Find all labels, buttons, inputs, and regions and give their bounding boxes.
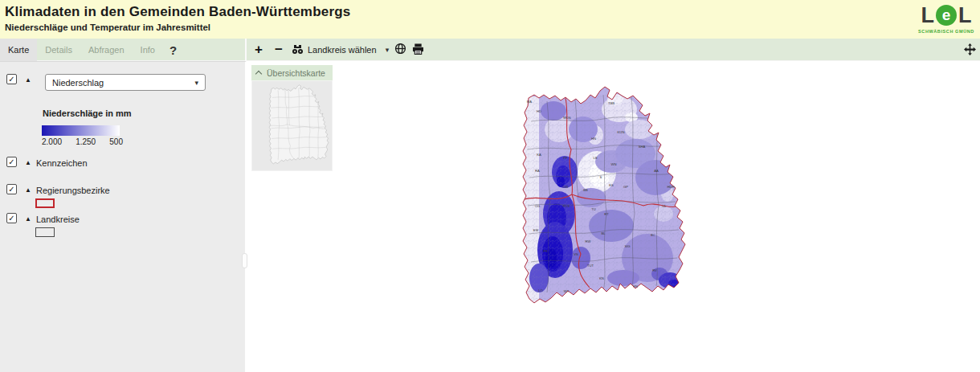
regierungsbezirke-label: Regierungsbezirke [36, 186, 110, 195]
overview-map [255, 84, 329, 168]
minus-icon: − [272, 42, 286, 58]
logo-subtext: SCHWÄBISCH GMÜND [916, 29, 977, 34]
regierungsbezirke-swatch [35, 198, 55, 208]
regierungsbezirke-checkbox[interactable]: ✓ [6, 184, 17, 194]
district-code-label: VS [574, 252, 578, 256]
header-titles: Klimadaten in den Gemeinden Baden-Württe… [5, 4, 350, 32]
legend-title: Niederschläge in mm [43, 108, 132, 118]
baden-wuerttemberg-map[interactable]: MAHDMOSTBBKÜNSHAHNKAPFCWLBWNSBBESGPAAHDH… [483, 85, 688, 314]
district-code-label: RT [604, 212, 609, 216]
collapse-chevron-icon [255, 71, 262, 77]
overview-map-body[interactable] [251, 80, 333, 171]
globe-icon [394, 43, 406, 57]
district-code-label: BC [651, 233, 655, 237]
district-code-label: FDS [563, 204, 570, 208]
overview-title: Übersichtskarte [267, 68, 325, 78]
district-code-label: BB [583, 188, 588, 192]
tab-info[interactable]: Info [133, 39, 163, 61]
district-code-label: RA [535, 169, 540, 173]
district-code-label: OG [535, 204, 541, 208]
district-code-label: RV [652, 268, 657, 272]
landkreise-swatch [35, 227, 55, 237]
district-code-label: HD [537, 109, 541, 113]
layer-panel: ✓ ▲ Niederschlag ▾ Niederschläge in mm 2… [0, 61, 247, 372]
district-code-label: ES [609, 183, 614, 187]
district-code-label: PF [563, 156, 568, 160]
landkreise-expander-icon[interactable]: ▲ [25, 215, 31, 223]
zoom-in-button[interactable]: + [251, 42, 266, 58]
logo-e-circle-icon: e [936, 5, 957, 26]
page-title: Klimadaten in den Gemeinden Baden-Württe… [5, 4, 350, 20]
page-subtitle: Niederschläge und Temperatur im Jahresmi… [5, 22, 350, 32]
district-code-label: TBB [608, 101, 615, 105]
app-header: Klimadaten in den Gemeinden Baden-Württe… [0, 0, 980, 39]
landkreise-label: Landkreise [36, 215, 80, 224]
regierungsbezirke-layer-row: ✓ [6, 184, 17, 194]
thematic-layer-checkbox[interactable]: ✓ [6, 74, 17, 84]
tab-strip: Karte Details Abfragen Info ? [0, 39, 247, 61]
landkreise-checkbox[interactable]: ✓ [6, 213, 17, 223]
thematic-layer-selected-value: Niederschlag [52, 78, 104, 88]
district-code-label: HDH [667, 185, 674, 189]
district-code-label: TÜ [591, 207, 596, 211]
binoculars-icon [292, 44, 304, 56]
district-code-label: MOS [563, 116, 571, 120]
tab-abfragen[interactable]: Abfragen [80, 39, 133, 61]
district-code-label: KN [599, 276, 604, 280]
district-code-label: WT [564, 289, 570, 293]
district-code-label: TUT [587, 264, 594, 268]
pan-tool-button[interactable] [964, 43, 976, 59]
district-code-label: MA [527, 100, 532, 104]
legend-label-mid: 1.250 [76, 137, 96, 146]
logo-letter-l2: L [958, 3, 972, 27]
legend-gradient-bar [42, 125, 120, 136]
district-code-label: SHA [639, 145, 646, 149]
regierungsbezirke-expander-icon[interactable]: ▲ [25, 186, 31, 194]
district-code-label: KA [537, 153, 541, 157]
tab-toolbar: Karte Details Abfragen Info ? + − Landkr… [0, 39, 980, 61]
app-window: Klimadaten in den Gemeinden Baden-Württe… [0, 0, 980, 372]
select-caret-icon: ▾ [194, 79, 198, 87]
district-code-label: LB [593, 156, 597, 160]
district-code-label: EM [533, 228, 539, 232]
district-code-label: KÜN [618, 130, 625, 134]
district-select-button[interactable]: Landkreis wählen ▾ [292, 44, 389, 56]
district-code-label: GP [623, 185, 628, 189]
district-code-label: RW [586, 239, 591, 243]
district-code-label: WN [611, 162, 617, 166]
zoom-out-button[interactable]: − [272, 42, 286, 58]
main-region: ✓ ▲ Niederschlag ▾ Niederschläge in mm 2… [0, 61, 980, 372]
help-button[interactable]: ? [163, 39, 183, 61]
lel-logo-letters: L e L [916, 2, 977, 28]
district-code-label: LÖ [538, 288, 543, 292]
kennzeichen-expander-icon[interactable]: ▲ [25, 159, 31, 166]
chevron-down-icon: ▾ [386, 46, 390, 54]
district-code-label: BL [601, 231, 606, 235]
district-code-label: FN [633, 284, 638, 288]
plus-icon: + [251, 42, 266, 58]
print-button[interactable] [412, 43, 424, 57]
tab-karte[interactable]: Karte [0, 39, 37, 61]
thematic-layer-select[interactable]: Niederschlag ▾ [45, 74, 206, 91]
map-toolbar: + − Landkreis wählen ▾ [251, 39, 424, 61]
kennzeichen-label: Kennzeichen [36, 158, 88, 168]
district-code-label: CW [563, 185, 569, 189]
kennzeichen-checkbox[interactable]: ✓ [6, 157, 17, 167]
map-viewport[interactable]: Übersichtskarte [248, 61, 980, 372]
kennzeichen-layer-row: ✓ [6, 157, 17, 167]
globe-button[interactable] [394, 43, 406, 57]
thematic-layer-expander-icon[interactable]: ▲ [25, 76, 31, 84]
overview-panel-header[interactable]: Übersichtskarte [251, 65, 333, 80]
district-code-label: S [600, 175, 602, 179]
overview-panel: Übersichtskarte [251, 65, 333, 171]
legend-label-max: 2.000 [42, 137, 62, 146]
district-code-label: FR [543, 249, 548, 253]
district-code-label: SIG [624, 244, 630, 248]
legend-label-min: 500 [109, 137, 123, 146]
move-pan-icon [964, 44, 976, 58]
panel-splitter-handle[interactable] [242, 253, 247, 268]
lel-logo: L e L SCHWÄBISCH GMÜND [916, 2, 977, 38]
legend-labels: 2.000 1.250 500 [42, 137, 123, 146]
tab-details[interactable]: Details [37, 39, 80, 61]
landkreise-layer-row: ✓ [6, 213, 17, 223]
